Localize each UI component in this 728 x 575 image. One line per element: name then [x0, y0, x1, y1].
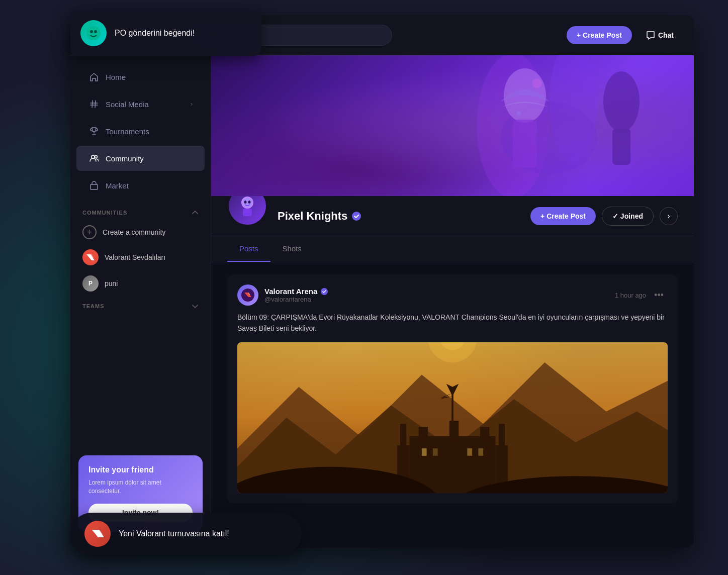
svg-rect-40 [422, 448, 427, 456]
sidebar-item-social-media[interactable]: Social Media › [76, 91, 205, 117]
bottom-notif-icon [84, 521, 111, 547]
verified-badge [351, 211, 361, 221]
communities-section-header: COMMUNITIES [70, 203, 211, 220]
svg-point-9 [92, 155, 95, 158]
community-banner [211, 55, 694, 196]
svg-rect-35 [419, 427, 428, 439]
create-community-label: Create a community [103, 228, 165, 236]
svg-rect-41 [433, 448, 438, 456]
svg-line-5 [92, 101, 93, 108]
svg-point-17 [603, 71, 640, 132]
tabs-bar: Posts Shots [211, 236, 694, 262]
svg-point-10 [95, 156, 98, 158]
chat-button[interactable]: Chat [638, 26, 682, 45]
notif-avatar [80, 20, 107, 46]
post-time: 1 hour ago ••• [615, 288, 668, 303]
svg-point-0 [86, 26, 101, 40]
svg-point-19 [532, 78, 541, 88]
chat-label: Chat [658, 31, 674, 39]
svg-rect-38 [400, 424, 406, 448]
community-name: Pixel Knights [278, 210, 361, 223]
main-content: Pixel Knights + Create Post ✓ Joined › [211, 55, 694, 548]
create-post-community-button[interactable]: + Create Post [530, 207, 596, 225]
trophy-icon [88, 126, 100, 137]
svg-point-2 [94, 30, 97, 33]
post-image-svg [237, 342, 668, 493]
profile-actions: + Create Post ✓ Joined › [530, 207, 678, 226]
svg-rect-18 [612, 129, 630, 165]
svg-rect-11 [90, 184, 98, 189]
sidebar-item-label-tournaments: Tournaments [106, 127, 149, 136]
post-author-handle: @valorantarena [264, 296, 609, 303]
svg-rect-25 [243, 209, 252, 216]
sidebar-item-label-market: Market [106, 181, 129, 190]
svg-rect-43 [478, 448, 483, 456]
svg-point-24 [248, 201, 251, 204]
svg-line-6 [95, 101, 96, 108]
people-icon [88, 153, 100, 164]
svg-rect-42 [467, 448, 472, 456]
post-more-button[interactable]: ••• [650, 288, 668, 303]
hashtag-icon [88, 99, 100, 110]
post-card: Valorant Arena @valorantarena 1 hour ago… [227, 274, 678, 503]
notif-top-text: PO gönderini beğendi! [115, 29, 195, 38]
main-layout: Home Social Media › [70, 55, 694, 548]
community-item-valorant[interactable]: Valorant Sevdalıları [70, 244, 211, 270]
posts-feed: Valorant Arena @valorantarena 1 hour ago… [211, 262, 694, 523]
teams-label: TEAMS [82, 303, 105, 309]
post-text: Bölüm 09: ÇARPIŞMA'da Evori Rüyakanatlar… [237, 312, 668, 334]
sidebar-item-market[interactable]: Market [76, 173, 205, 198]
valorant-community-avatar [82, 249, 99, 265]
tab-shots[interactable]: Shots [270, 236, 314, 262]
post-author-name-text: Valorant Arena [264, 287, 317, 296]
more-options-button[interactable]: › [660, 207, 678, 225]
svg-rect-16 [513, 120, 537, 168]
communities-label: COMMUNITIES [82, 210, 127, 216]
author-verified-icon [320, 288, 328, 296]
sidebar-item-label-home: Home [106, 73, 126, 81]
svg-rect-36 [449, 421, 459, 439]
communities-collapse-icon[interactable] [192, 209, 199, 216]
app-container: + Create Post Chat Home [70, 15, 694, 548]
svg-point-20 [516, 111, 521, 116]
post-author-name: Valorant Arena [264, 287, 609, 296]
banner-svg-art [211, 55, 694, 196]
community-item-puni[interactable]: P puni [70, 270, 211, 297]
chevron-right-icon: › [191, 101, 193, 108]
post-author-info: Valorant Arena @valorantarena [264, 287, 609, 303]
teams-section-header: TEAMS [70, 297, 211, 314]
sidebar-item-tournaments[interactable]: Tournaments [76, 119, 205, 144]
svg-point-26 [352, 212, 361, 221]
community-name-wrapper: Pixel Knights [278, 210, 361, 223]
sidebar-item-home[interactable]: Home [76, 64, 205, 89]
community-label-puni: puni [105, 279, 118, 288]
community-name-text: Pixel Knights [278, 210, 347, 223]
top-notification: PO gönderini beğendi! [70, 10, 261, 56]
svg-point-23 [244, 201, 247, 204]
topbar-right: + Create Post Chat [567, 26, 682, 45]
bottom-notification: Yeni Valorant turnuvasına katıl! [70, 513, 302, 555]
valorant-bottom-icon [90, 526, 105, 541]
community-label-valorant: Valorant Sevdalıları [105, 253, 165, 261]
invite-card-description: Lorem ipsum dolor sit amet consectetur. [88, 478, 193, 496]
svg-point-1 [90, 30, 93, 33]
svg-rect-37 [480, 427, 489, 439]
home-icon [88, 71, 100, 82]
shop-icon [88, 180, 100, 191]
post-image [237, 342, 668, 493]
post-header: Valorant Arena @valorantarena 1 hour ago… [237, 284, 668, 306]
puni-community-avatar: P [82, 275, 99, 292]
sidebar-item-community[interactable]: Community [76, 146, 205, 171]
sidebar-item-label-community: Community [106, 154, 144, 163]
bottom-notif-text: Yeni Valorant turnuvasına katıl! [119, 529, 229, 538]
teams-expand-icon[interactable] [192, 303, 199, 310]
create-post-button[interactable]: + Create Post [567, 26, 632, 44]
joined-button[interactable]: ✓ Joined [602, 207, 654, 226]
tab-posts[interactable]: Posts [227, 236, 270, 262]
svg-point-22 [242, 198, 252, 208]
invite-card-title: Invite your friend [88, 465, 193, 474]
create-community-icon: + [82, 225, 97, 239]
svg-rect-39 [499, 424, 505, 448]
create-community-item[interactable]: + Create a community [70, 220, 211, 244]
post-author-avatar [237, 284, 258, 306]
